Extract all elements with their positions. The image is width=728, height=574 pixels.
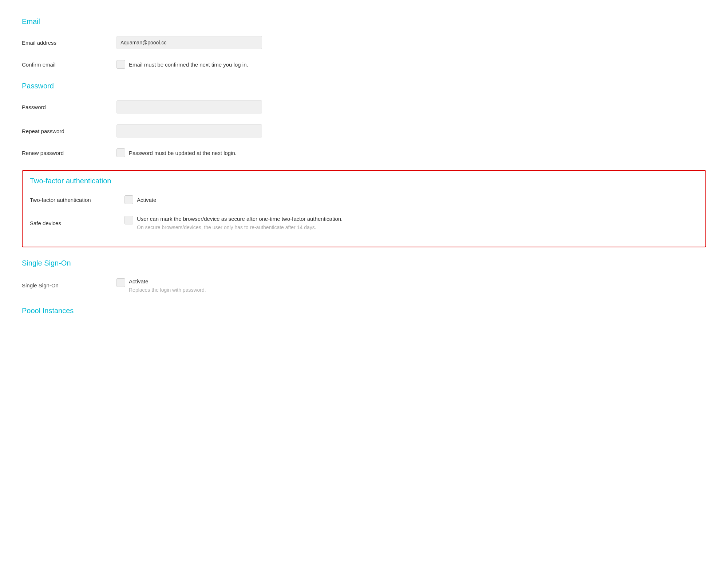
two-factor-auth-label: Two-factor authentication [30, 197, 124, 203]
safe-devices-checkbox-label: User can mark the browser/device as secu… [137, 215, 343, 223]
confirm-email-row: Confirm email Email must be confirmed th… [22, 59, 706, 70]
sso-section: Single Sign-On Single Sign-On Activate R… [22, 259, 706, 295]
two-factor-auth-row: Two-factor authentication Activate [30, 194, 698, 206]
email-section: Email Email address Confirm email Email … [22, 17, 706, 70]
two-factor-auth-control: Activate [124, 195, 698, 204]
confirm-email-control: Email must be confirmed the next time yo… [116, 60, 706, 69]
two-factor-auth-checkbox-wrapper: Activate [124, 195, 156, 204]
sso-control: Activate Replaces the login with passwor… [116, 278, 706, 294]
poool-instances-section-title: Poool Instances [22, 307, 706, 315]
safe-devices-row: Safe devices User can mark the browser/d… [30, 214, 698, 233]
email-address-label: Email address [22, 40, 116, 46]
sso-checkbox-label: Activate [129, 278, 206, 285]
renew-password-row: Renew password Password must be updated … [22, 147, 706, 159]
safe-devices-label: Safe devices [30, 220, 124, 226]
renew-password-checkbox-label: Password must be updated at the next log… [129, 149, 237, 157]
email-address-control [116, 36, 706, 49]
two-factor-auth-checkbox[interactable] [124, 195, 133, 204]
two-factor-section-title: Two-factor authentication [30, 177, 698, 185]
poool-instances-section: Poool Instances [22, 307, 706, 315]
email-section-title: Email [22, 17, 706, 26]
safe-devices-checkbox-sublabel: On secure browsers/devices, the user onl… [137, 224, 343, 231]
sso-row: Single Sign-On Activate Replaces the log… [22, 276, 706, 295]
sso-label: Single Sign-On [22, 282, 116, 288]
sso-text-block: Activate Replaces the login with passwor… [129, 278, 206, 294]
confirm-email-checkbox-label: Email must be confirmed the next time yo… [129, 61, 248, 68]
renew-password-checkbox-wrapper: Password must be updated at the next log… [116, 148, 237, 157]
two-factor-auth-checkbox-label: Activate [137, 196, 156, 204]
safe-devices-text-block: User can mark the browser/device as secu… [137, 215, 343, 231]
safe-devices-checkbox[interactable] [124, 216, 133, 224]
email-address-input[interactable] [116, 36, 262, 49]
confirm-email-label: Confirm email [22, 61, 116, 68]
password-label: Password [22, 104, 116, 110]
safe-devices-control: User can mark the browser/device as secu… [124, 215, 698, 231]
password-row: Password [22, 99, 706, 115]
password-section: Password Password Repeat password Renew … [22, 82, 706, 159]
password-input[interactable] [116, 100, 262, 113]
sso-checkbox[interactable] [116, 278, 125, 287]
repeat-password-input[interactable] [116, 124, 262, 137]
repeat-password-row: Repeat password [22, 123, 706, 139]
confirm-email-checkbox-wrapper: Email must be confirmed the next time yo… [116, 60, 248, 69]
sso-checkbox-sublabel: Replaces the login with password. [129, 287, 206, 294]
safe-devices-checkbox-row: User can mark the browser/device as secu… [124, 215, 343, 231]
email-address-row: Email address [22, 35, 706, 51]
two-factor-section: Two-factor authentication Two-factor aut… [22, 170, 706, 247]
repeat-password-label: Repeat password [22, 128, 116, 134]
sso-checkbox-row: Activate Replaces the login with passwor… [116, 278, 206, 294]
sso-section-title: Single Sign-On [22, 259, 706, 267]
confirm-email-checkbox[interactable] [116, 60, 125, 69]
repeat-password-control [116, 124, 706, 137]
renew-password-checkbox[interactable] [116, 148, 125, 157]
renew-password-control: Password must be updated at the next log… [116, 148, 706, 157]
password-section-title: Password [22, 82, 706, 90]
password-control [116, 100, 706, 113]
renew-password-label: Renew password [22, 150, 116, 156]
